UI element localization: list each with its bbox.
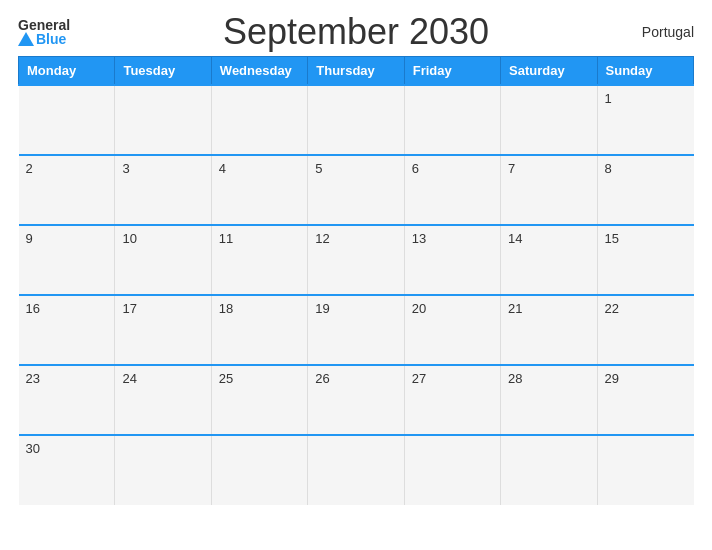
day-number: 30: [26, 441, 40, 456]
day-cell: [19, 85, 115, 155]
weekday-header-row: Monday Tuesday Wednesday Thursday Friday…: [19, 57, 694, 86]
day-number: 18: [219, 301, 233, 316]
day-cell: 19: [308, 295, 404, 365]
logo-triangle-icon: [18, 32, 34, 46]
day-cell: 24: [115, 365, 211, 435]
day-number: 14: [508, 231, 522, 246]
day-number: 23: [26, 371, 40, 386]
day-cell: 4: [211, 155, 307, 225]
day-cell: 30: [19, 435, 115, 505]
day-cell: 21: [501, 295, 597, 365]
day-number: 13: [412, 231, 426, 246]
day-cell: 18: [211, 295, 307, 365]
week-row-3: 16171819202122: [19, 295, 694, 365]
calendar-wrapper: General Blue September 2030 Portugal Mon…: [0, 0, 712, 550]
day-cell: 25: [211, 365, 307, 435]
logo-general-text: General: [18, 18, 70, 32]
day-number: 25: [219, 371, 233, 386]
col-sunday: Sunday: [597, 57, 693, 86]
day-cell: 3: [115, 155, 211, 225]
week-row-4: 23242526272829: [19, 365, 694, 435]
col-wednesday: Wednesday: [211, 57, 307, 86]
day-number: 2: [26, 161, 33, 176]
day-number: 5: [315, 161, 322, 176]
col-tuesday: Tuesday: [115, 57, 211, 86]
col-monday: Monday: [19, 57, 115, 86]
day-cell: 7: [501, 155, 597, 225]
day-cell: 6: [404, 155, 500, 225]
day-number: 8: [605, 161, 612, 176]
week-row-2: 9101112131415: [19, 225, 694, 295]
logo-blue-text: Blue: [36, 32, 66, 46]
day-cell: 1: [597, 85, 693, 155]
day-number: 19: [315, 301, 329, 316]
day-cell: 28: [501, 365, 597, 435]
day-number: 28: [508, 371, 522, 386]
day-number: 6: [412, 161, 419, 176]
day-number: 15: [605, 231, 619, 246]
day-number: 22: [605, 301, 619, 316]
day-cell: [308, 85, 404, 155]
day-number: 27: [412, 371, 426, 386]
day-cell: 26: [308, 365, 404, 435]
day-cell: [211, 435, 307, 505]
day-cell: 20: [404, 295, 500, 365]
day-number: 9: [26, 231, 33, 246]
day-number: 29: [605, 371, 619, 386]
calendar-header: Monday Tuesday Wednesday Thursday Friday…: [19, 57, 694, 86]
week-row-5: 30: [19, 435, 694, 505]
day-cell: 11: [211, 225, 307, 295]
day-cell: 27: [404, 365, 500, 435]
calendar-title: September 2030: [223, 11, 489, 53]
logo: General Blue: [18, 18, 70, 46]
day-cell: [115, 85, 211, 155]
day-cell: 2: [19, 155, 115, 225]
header: General Blue September 2030 Portugal: [18, 18, 694, 46]
day-cell: [501, 435, 597, 505]
day-cell: 17: [115, 295, 211, 365]
day-cell: [501, 85, 597, 155]
day-cell: 22: [597, 295, 693, 365]
day-cell: 8: [597, 155, 693, 225]
day-number: 21: [508, 301, 522, 316]
day-number: 12: [315, 231, 329, 246]
day-cell: [211, 85, 307, 155]
day-cell: [308, 435, 404, 505]
day-number: 16: [26, 301, 40, 316]
day-cell: [404, 85, 500, 155]
day-number: 26: [315, 371, 329, 386]
day-number: 24: [122, 371, 136, 386]
day-cell: 29: [597, 365, 693, 435]
day-cell: 23: [19, 365, 115, 435]
day-cell: [115, 435, 211, 505]
day-cell: 15: [597, 225, 693, 295]
day-cell: 14: [501, 225, 597, 295]
day-number: 10: [122, 231, 136, 246]
day-number: 1: [605, 91, 612, 106]
calendar-table: Monday Tuesday Wednesday Thursday Friday…: [18, 56, 694, 505]
week-row-1: 2345678: [19, 155, 694, 225]
day-cell: 9: [19, 225, 115, 295]
day-cell: [597, 435, 693, 505]
day-number: 17: [122, 301, 136, 316]
col-saturday: Saturday: [501, 57, 597, 86]
day-number: 7: [508, 161, 515, 176]
day-cell: 12: [308, 225, 404, 295]
day-cell: [404, 435, 500, 505]
day-number: 4: [219, 161, 226, 176]
col-friday: Friday: [404, 57, 500, 86]
col-thursday: Thursday: [308, 57, 404, 86]
day-cell: 13: [404, 225, 500, 295]
calendar-body: 1234567891011121314151617181920212223242…: [19, 85, 694, 505]
day-number: 11: [219, 231, 233, 246]
logo-blue-row: Blue: [18, 32, 66, 46]
week-row-0: 1: [19, 85, 694, 155]
day-cell: 10: [115, 225, 211, 295]
day-number: 3: [122, 161, 129, 176]
day-cell: 5: [308, 155, 404, 225]
country-label: Portugal: [642, 24, 694, 40]
day-cell: 16: [19, 295, 115, 365]
day-number: 20: [412, 301, 426, 316]
